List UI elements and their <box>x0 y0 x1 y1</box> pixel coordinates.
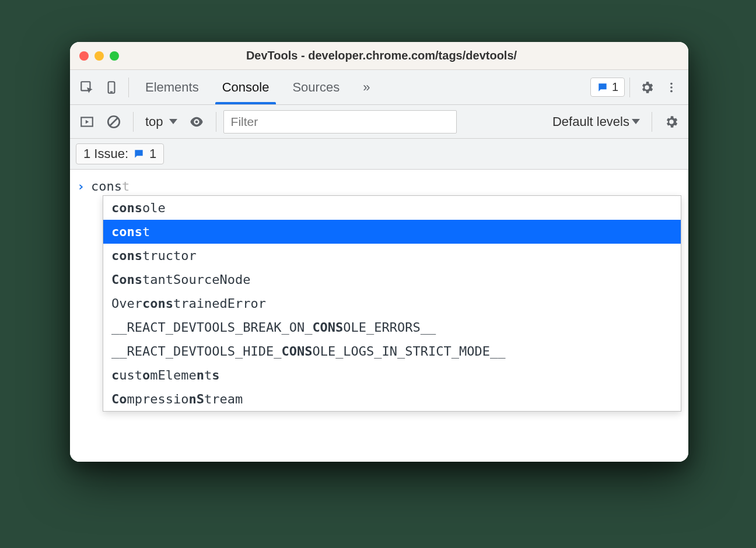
tab-console[interactable]: Console <box>211 70 281 104</box>
zoom-window-button[interactable] <box>110 51 119 61</box>
autocomplete-item[interactable]: __REACT_DEVTOOLS_HIDE_CONSOLE_LOGS_IN_ST… <box>103 339 681 363</box>
autocomplete-item[interactable]: customElements <box>103 363 681 387</box>
issues-icon <box>597 82 608 93</box>
issues-badge[interactable]: 1 <box>590 78 625 97</box>
autocomplete-dropdown: consoleconstconstructorConstantSourceNod… <box>103 195 681 412</box>
tab-elements[interactable]: Elements <box>134 70 211 104</box>
context-selector[interactable]: top <box>141 113 182 131</box>
close-window-button[interactable] <box>79 51 89 61</box>
settings-icon[interactable] <box>635 75 659 100</box>
minimize-window-button[interactable] <box>94 51 104 61</box>
svg-line-8 <box>110 118 118 125</box>
traffic-lights <box>79 51 119 61</box>
log-levels-selector[interactable]: Default levels <box>548 114 645 129</box>
autocomplete-item[interactable]: OverconstrainedError <box>103 291 681 315</box>
autocomplete-item[interactable]: constructor <box>103 244 681 268</box>
filter-input[interactable] <box>223 110 457 134</box>
live-expression-icon[interactable] <box>184 110 209 134</box>
svg-point-5 <box>670 90 673 92</box>
console-body: › const consoleconstconstructorConstantS… <box>70 170 688 462</box>
autocomplete-item[interactable]: __REACT_DEVTOOLS_BREAK_ON_CONSOLE_ERRORS… <box>103 315 681 339</box>
issues-chip[interactable]: 1 Issue: 1 <box>76 143 164 164</box>
titlebar: DevTools - developer.chrome.com/tags/dev… <box>70 42 688 70</box>
issues-bar: 1 Issue: 1 <box>70 139 688 170</box>
panel-tabs: Elements Console Sources » <box>134 70 382 104</box>
svg-point-4 <box>670 86 673 89</box>
autocomplete-item[interactable]: CompressionStream <box>103 387 681 411</box>
tab-overflow[interactable]: » <box>351 70 382 104</box>
toggle-sidebar-icon[interactable] <box>75 110 99 134</box>
device-toolbar-icon[interactable] <box>99 75 124 100</box>
chevron-down-icon <box>169 119 177 124</box>
more-menu-icon[interactable] <box>659 75 684 100</box>
clear-console-icon[interactable] <box>102 110 126 134</box>
svg-point-3 <box>670 82 673 85</box>
console-input-row[interactable]: › const <box>70 175 688 196</box>
devtools-window: DevTools - developer.chrome.com/tags/dev… <box>70 42 688 462</box>
chevron-down-icon <box>632 119 640 124</box>
tab-sources[interactable]: Sources <box>281 70 351 104</box>
console-settings-icon[interactable] <box>659 110 684 134</box>
autocomplete-item[interactable]: const <box>103 220 681 244</box>
autocomplete-item[interactable]: console <box>103 196 681 220</box>
prompt-icon: › <box>77 179 91 194</box>
inspect-element-icon[interactable] <box>75 75 99 100</box>
main-tabstrip: Elements Console Sources » 1 <box>70 70 688 105</box>
autocomplete-item[interactable]: ConstantSourceNode <box>103 268 681 291</box>
svg-point-9 <box>195 120 198 123</box>
issues-icon <box>133 148 145 160</box>
window-title: DevTools - developer.chrome.com/tags/dev… <box>119 49 644 62</box>
console-toolbar: top Default levels <box>70 105 688 139</box>
console-input-text: const <box>91 179 130 194</box>
